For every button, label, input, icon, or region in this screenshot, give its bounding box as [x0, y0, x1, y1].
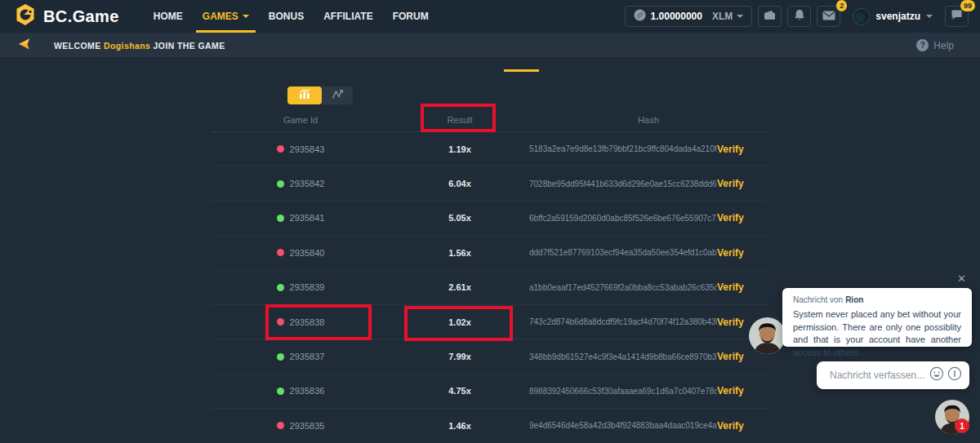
verify-link[interactable]: Verify — [717, 247, 768, 259]
verify-link[interactable]: Verify — [717, 281, 768, 293]
help-button[interactable]: ? Help — [916, 39, 954, 51]
main-nav: HOME GAMES BONUS AFFILIATE FORUM — [144, 0, 439, 33]
wallet-button[interactable] — [758, 6, 782, 27]
hash-value: 8988392450666c53f30afaaaea69c1d6a7c0407e… — [529, 387, 717, 396]
result-value: 4.75x — [390, 386, 529, 396]
hash-value: 7028be95dd95f441b633d6d296e0ae15cc6238dd… — [529, 179, 717, 188]
game-id-value: 2935837 — [290, 352, 325, 361]
hash-value: 348bb9db61527e4c9f3e4a1414d9b8ba66ce8970… — [529, 352, 717, 361]
table-row: 2935839 2.61x a1bb0eaaf17ed4527669f2a0bb… — [211, 271, 768, 305]
hash-value: 743c2d874b6d8a8dcdf9fc19acf4d70f74f12a38… — [529, 317, 717, 326]
game-id-value: 2935842 — [290, 179, 325, 188]
user-avatar — [853, 8, 870, 25]
hash-value: ddd7f521e87769103ecf94ea35da50ee354efd1c… — [529, 248, 717, 257]
verify-link[interactable]: Verify — [717, 385, 768, 396]
verify-link[interactable]: Verify — [717, 212, 768, 224]
coin-icon — [634, 9, 646, 24]
outcome-dot-icon — [277, 145, 284, 153]
table-row: 2935836 4.75x 8988392450666c53f30afaaaea… — [211, 374, 768, 409]
chevron-down-icon — [243, 15, 249, 18]
game-history-table: Game Id Result Hash 2935843 1.19x 5183a2… — [211, 109, 768, 443]
nav-bonus[interactable]: BONUS — [259, 0, 314, 33]
close-icon[interactable]: ✕ — [957, 273, 966, 284]
header-game-id: Game Id — [211, 115, 390, 125]
chat-sender-name: Rion — [845, 295, 863, 304]
unread-count-badge: 1 — [955, 419, 969, 433]
welcome-username: Dogishans — [104, 41, 150, 51]
bell-icon — [794, 9, 805, 24]
balance-selector[interactable]: 1.00000000 XLM — [625, 6, 753, 27]
mail-badge: 2 — [836, 0, 847, 11]
messages-button[interactable]: 2 — [817, 6, 840, 27]
info-icon[interactable] — [947, 366, 962, 384]
balance-amount: 1.00000000 — [651, 11, 702, 22]
view-toggle — [287, 86, 353, 104]
welcome-banner: WELCOME Dogishans JOIN THE GAME ? Help — [0, 33, 980, 59]
chevron-down-icon — [737, 15, 743, 18]
game-id-cell: 2935840 — [211, 248, 390, 258]
chat-input-icons — [929, 366, 962, 384]
chevron-down-icon — [926, 15, 933, 18]
top-header: BC.Game HOME GAMES BONUS AFFILIATE FORUM… — [0, 0, 980, 33]
chat-input-container — [817, 361, 969, 389]
table-row: 2935841 5.05x 6bffc2a59159d2060d0abc85f5… — [211, 202, 768, 236]
nav-affiliate[interactable]: AFFILIATE — [314, 0, 382, 33]
game-id-cell: 2935842 — [211, 179, 390, 188]
game-id-value: 2935835 — [290, 421, 325, 431]
hash-value: a1bb0eaaf17ed4527669f2a0bba8cc53abab26c6… — [529, 283, 717, 292]
outcome-dot-icon — [277, 249, 284, 256]
outcome-dot-icon — [277, 422, 284, 429]
game-id-value: 2935840 — [290, 248, 325, 258]
verify-link[interactable]: Verify — [717, 178, 768, 189]
brand-logo-text: BC.Game — [43, 7, 119, 26]
outcome-dot-icon — [277, 180, 284, 188]
trend-view-button[interactable] — [322, 86, 353, 104]
game-id-cell: 2935843 — [211, 144, 390, 154]
trend-line-icon — [332, 88, 344, 103]
verify-link[interactable]: Verify — [717, 144, 768, 155]
result-value: 1.46x — [390, 421, 529, 431]
welcome-message: WELCOME Dogishans JOIN THE GAME — [54, 41, 225, 51]
hash-value: 9e4d6546d4e58a42d3b4f924883baa4daac019ce… — [529, 421, 717, 430]
username-label: svenjatzu — [875, 11, 920, 22]
help-icon: ? — [916, 39, 929, 51]
outcome-dot-icon — [277, 388, 284, 395]
emoji-icon[interactable] — [929, 366, 944, 384]
chat-sender-avatar — [749, 317, 786, 354]
game-id-cell: 2935836 — [211, 386, 390, 396]
user-menu[interactable]: svenjatzu — [853, 8, 933, 25]
nav-forum[interactable]: FORUM — [383, 0, 439, 33]
game-id-cell: 2935835 — [211, 421, 390, 431]
nav-games[interactable]: GAMES — [193, 0, 259, 33]
chat-bubble-icon — [951, 9, 963, 24]
table-row: 2935835 1.46x 9e4d6546d4e58a42d3b4f92488… — [211, 409, 768, 443]
table-row: 2935837 7.99x 348bb9db61527e4c9f3e4a1414… — [211, 339, 768, 374]
chat-message-input[interactable] — [828, 369, 929, 382]
notifications-button[interactable] — [787, 6, 811, 27]
brand-logo[interactable]: BC.Game — [0, 3, 119, 29]
chat-message-text: System never placed any bet without your… — [793, 308, 961, 359]
active-tab-indicator — [504, 69, 539, 72]
header-hash: Hash — [529, 115, 768, 125]
game-id-value: 2935841 — [290, 213, 325, 223]
annotation-box-game-id-2935838 — [265, 304, 372, 340]
result-value: 7.99x — [390, 352, 529, 361]
nav-home[interactable]: HOME — [144, 0, 193, 33]
game-id-cell: 2935841 — [211, 213, 390, 223]
bar-chart-view-button[interactable] — [287, 86, 322, 104]
verify-link[interactable]: Verify — [717, 420, 768, 432]
table-row: 2935843 1.19x 5183a2ea7e9d8e13fb79bbf21b… — [211, 132, 768, 166]
wallet-icon — [764, 9, 776, 24]
result-value: 1.19x — [390, 144, 529, 154]
game-id-value: 2935843 — [290, 144, 325, 154]
header-actions: 1.00000000 XLM — [625, 6, 980, 27]
chat-badge: 99 — [960, 0, 975, 11]
result-value: 2.61x — [390, 282, 529, 292]
table-row: 2935842 6.04x 7028be95dd95f441b633d6d296… — [211, 166, 768, 201]
game-id-value: 2935839 — [290, 282, 325, 292]
outcome-dot-icon — [277, 215, 284, 222]
chat-button[interactable]: 99 — [945, 6, 969, 27]
megaphone-icon — [18, 38, 33, 54]
game-id-cell: 2935839 — [211, 282, 390, 292]
outcome-dot-icon — [277, 284, 284, 291]
